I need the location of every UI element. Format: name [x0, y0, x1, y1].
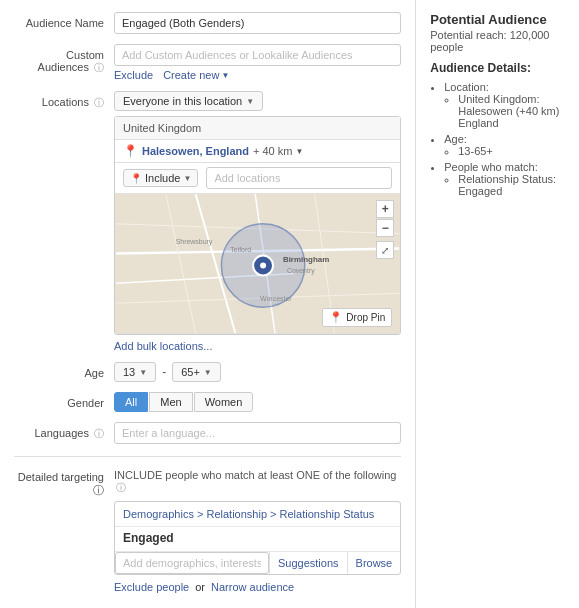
svg-text:Coventry: Coventry	[287, 267, 315, 275]
map-zoom-in-btn[interactable]: +	[376, 200, 394, 218]
location-country: United Kingdom	[115, 117, 400, 140]
detail-age: Age: 13-65+	[444, 133, 565, 157]
location-pin-icon: 📍	[123, 144, 138, 158]
location-dropdown[interactable]: Everyone in this location	[114, 91, 263, 111]
detail-location-value: United Kingdom: Halesowen (+40 km) Engla…	[458, 93, 565, 129]
gender-row: Gender All Men Women	[14, 392, 401, 412]
browse-btn[interactable]: Browse	[347, 552, 401, 574]
custom-audiences-row: Custom Audiences ⓘ Exclude Create new	[14, 44, 401, 81]
detailed-targeting-label: Detailed targeting ⓘ	[14, 469, 114, 498]
svg-text:Worcester: Worcester	[260, 295, 292, 302]
suggestions-btn[interactable]: Suggestions	[269, 552, 347, 574]
languages-info-icon: ⓘ	[94, 428, 104, 439]
breadcrumb-relationship-status[interactable]: Relationship Status	[280, 508, 375, 520]
detailed-targeting-info-icon: ⓘ	[93, 484, 104, 496]
age-label: Age	[14, 362, 114, 379]
gender-women-btn[interactable]: Women	[194, 392, 254, 412]
targeting-value: Engaged	[115, 527, 400, 552]
breadcrumb-demographics[interactable]: Demographics	[123, 508, 194, 520]
include-btn-label: Include	[145, 172, 180, 184]
narrow-audience-link[interactable]: Narrow audience	[211, 581, 294, 593]
targeting-box: Demographics > Relationship > Relationsh…	[114, 501, 401, 575]
detail-location: Location: United Kingdom: Halesowen (+40…	[444, 81, 565, 129]
detail-people: People who match: Relationship Status: E…	[444, 161, 565, 197]
targeting-add-input[interactable]	[115, 552, 269, 574]
age-min-select[interactable]: 13	[114, 362, 156, 382]
targeting-input-row: Suggestions Browse	[115, 552, 400, 574]
location-city-name[interactable]: Halesowen, England	[142, 145, 249, 157]
detailed-targeting-row: Detailed targeting ⓘ INCLUDE people who …	[14, 469, 401, 593]
map-expand-btn[interactable]: ⤢	[376, 241, 394, 259]
map-controls: + − ⤢	[376, 200, 394, 259]
gender-all-btn[interactable]: All	[114, 392, 148, 412]
add-locations-input[interactable]	[206, 167, 392, 189]
drop-pin-btn[interactable]: 📍 Drop Pin	[322, 308, 392, 327]
location-box: United Kingdom 📍 Halesowen, England + 40…	[114, 116, 401, 335]
locations-label: Locations ⓘ	[14, 91, 114, 110]
targeting-breadcrumb: Demographics > Relationship > Relationsh…	[115, 502, 400, 527]
audience-details-title: Audience Details:	[430, 61, 565, 75]
age-controls: 13 - 65+	[114, 362, 401, 382]
custom-audiences-links: Exclude Create new	[114, 69, 401, 81]
include-btn[interactable]: 📍 Include	[123, 169, 198, 187]
custom-audiences-input[interactable]	[114, 44, 401, 66]
audience-name-content	[114, 12, 401, 34]
drop-pin-icon: 📍	[329, 311, 343, 324]
age-max-select[interactable]: 65+	[172, 362, 221, 382]
audience-details-list: Location: United Kingdom: Halesowen (+40…	[430, 81, 565, 197]
location-include-row: 📍 Include	[115, 163, 400, 194]
drop-pin-label: Drop Pin	[346, 312, 385, 323]
locations-row: Locations ⓘ Everyone in this location Un…	[14, 91, 401, 352]
exclude-link[interactable]: Exclude	[114, 69, 153, 81]
languages-label: Languages ⓘ	[14, 422, 114, 441]
side-panel: Potential Audience Potential reach: 120,…	[416, 0, 579, 608]
breadcrumb-relationship[interactable]: Relationship	[206, 508, 267, 520]
svg-text:Birmingham: Birmingham	[283, 255, 329, 264]
gender-content: All Men Women	[114, 392, 401, 412]
custom-audiences-info-icon: ⓘ	[94, 62, 104, 73]
potential-audience-title: Potential Audience	[430, 12, 565, 27]
divider	[14, 456, 401, 457]
locations-content: Everyone in this location United Kingdom…	[114, 91, 401, 352]
map-zoom-out-btn[interactable]: −	[376, 219, 394, 237]
svg-text:Shrewsbury: Shrewsbury	[176, 238, 213, 246]
detail-age-value: 13-65+	[458, 145, 565, 157]
custom-audiences-label: Custom Audiences ⓘ	[14, 44, 114, 75]
age-row: Age 13 - 65+	[14, 362, 401, 382]
targeting-footer: Exclude people or Narrow audience	[114, 581, 401, 593]
audience-name-label: Audience Name	[14, 12, 114, 29]
languages-content	[114, 422, 401, 444]
gender-label: Gender	[14, 392, 114, 409]
languages-row: Languages ⓘ	[14, 422, 401, 444]
language-input[interactable]	[114, 422, 401, 444]
detailed-targeting-content: INCLUDE people who match at least ONE of…	[114, 469, 401, 593]
map-container[interactable]: Shrewsbury Telford Birmingham Coventry W…	[115, 194, 400, 334]
create-new-link[interactable]: Create new	[163, 69, 229, 81]
exclude-people-link[interactable]: Exclude people	[114, 581, 189, 593]
locations-info-icon: ⓘ	[94, 97, 104, 108]
targeting-footer-sep: or	[195, 581, 205, 593]
location-city-km[interactable]: + 40 km	[253, 145, 303, 157]
breadcrumb-sep2: >	[270, 508, 279, 520]
svg-text:Telford: Telford	[230, 246, 251, 253]
svg-point-11	[260, 263, 266, 269]
age-separator: -	[162, 365, 166, 379]
audience-name-input[interactable]	[114, 12, 401, 34]
potential-reach: Potential reach: 120,000 people	[430, 29, 565, 53]
age-content: 13 - 65+	[114, 362, 401, 382]
custom-audiences-content: Exclude Create new	[114, 44, 401, 81]
gender-buttons: All Men Women	[114, 392, 401, 412]
location-city-row: 📍 Halesowen, England + 40 km	[115, 140, 400, 163]
include-pin-icon: 📍	[130, 173, 142, 184]
include-text-info-icon: ⓘ	[116, 482, 126, 493]
audience-name-row: Audience Name	[14, 12, 401, 34]
include-text: INCLUDE people who match at least ONE of…	[114, 469, 401, 495]
detail-relationship-status: Relationship Status: Engaged	[458, 173, 565, 197]
bulk-locations-link[interactable]: Add bulk locations...	[114, 340, 401, 352]
gender-men-btn[interactable]: Men	[149, 392, 192, 412]
